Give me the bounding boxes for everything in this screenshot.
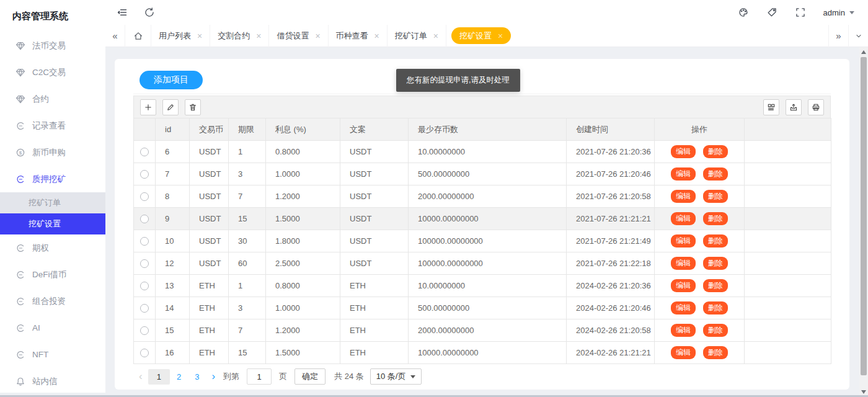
sidebar-item[interactable]: 记录查看 [0, 112, 105, 139]
tab[interactable]: 借贷设置 × [269, 25, 328, 47]
scrollbar-thumb[interactable] [861, 57, 867, 375]
edit-button[interactable]: 编辑 [671, 190, 696, 202]
tab-close-icon[interactable]: × [433, 32, 438, 40]
theme-palette-icon[interactable] [738, 7, 749, 18]
tab[interactable]: 用户列表 × [151, 25, 210, 47]
sidebar-item[interactable]: 合约 [0, 86, 105, 112]
sidebar-subitem-default[interactable]: 挖矿订单 [0, 192, 105, 213]
vertical-scrollbar[interactable] [859, 47, 868, 397]
row-radio[interactable] [140, 282, 149, 290]
export-icon[interactable] [786, 99, 802, 115]
home-tab[interactable] [125, 25, 151, 47]
edit-icon[interactable] [162, 99, 179, 115]
cell-interest: 1.8000 [266, 230, 340, 252]
tabs-scroll-left-button[interactable]: « [105, 25, 125, 47]
fullscreen-icon[interactable] [795, 7, 806, 18]
delete-button[interactable]: 删除 [703, 346, 728, 359]
sidebar: 内容管理系统 法币交易 C2C交易 合约 记录查看 $ 新币申购 质押挖矿 挖矿… [0, 0, 105, 393]
sidebar-item[interactable]: 质押挖矿 [0, 166, 105, 192]
row-radio[interactable] [140, 304, 149, 313]
row-radio[interactable] [140, 192, 149, 201]
cell-interest: 1.2000 [266, 185, 340, 208]
cell-min-deposit: 10.00000000 [409, 275, 567, 297]
cell-filler [745, 163, 831, 185]
add-icon[interactable] [140, 99, 156, 115]
sidebar-item[interactable]: 期权 [0, 234, 105, 261]
tab-close-icon[interactable]: × [498, 32, 503, 40]
edit-button[interactable]: 编辑 [671, 145, 696, 158]
svg-text:$: $ [19, 149, 22, 155]
tab-close-icon[interactable]: × [374, 32, 379, 40]
refresh-icon[interactable] [144, 7, 155, 18]
coin-icon [16, 323, 25, 333]
table-row: 13 ETH 1 0.8000 ETH 10.00000000 2024-02-… [134, 275, 831, 297]
tabs-menu-button[interactable] [848, 25, 868, 47]
edit-button[interactable]: 编辑 [671, 324, 696, 336]
edit-button[interactable]: 编辑 [671, 346, 696, 359]
row-radio[interactable] [140, 237, 149, 246]
edit-button[interactable]: 编辑 [671, 279, 696, 292]
delete-button[interactable]: 删除 [703, 212, 728, 225]
user-menu[interactable]: admin [823, 8, 854, 17]
row-radio[interactable] [140, 259, 149, 268]
sidebar-item[interactable]: DeFi借币 [0, 261, 105, 288]
cell-coin: USDT [190, 208, 229, 230]
notification-toast: 您有新的提现申请,请及时处理 [396, 69, 520, 92]
cell-filler [745, 342, 831, 364]
goto-confirm-button[interactable]: 确定 [294, 368, 326, 385]
edit-button[interactable]: 编辑 [671, 234, 696, 247]
row-radio[interactable] [140, 148, 149, 156]
tab-close-icon[interactable]: × [256, 32, 261, 40]
sidebar-item[interactable]: 法币交易 [0, 32, 105, 59]
sidebar-item[interactable]: AI [0, 314, 105, 341]
table-row: 15 ETH 7 1.2000 ETH 2000.00000000 2024-0… [134, 319, 831, 342]
delete-button[interactable]: 删除 [703, 190, 728, 202]
print-icon[interactable] [808, 99, 824, 115]
page-size-select[interactable]: 10 条/页 [370, 368, 422, 385]
delete-button[interactable]: 删除 [703, 167, 728, 180]
edit-button[interactable]: 编辑 [671, 167, 696, 180]
edit-button[interactable]: 编辑 [671, 301, 696, 314]
tab[interactable]: 挖矿订单 × [388, 25, 446, 47]
collapse-menu-icon[interactable] [117, 7, 128, 18]
tab-close-icon[interactable]: × [197, 32, 202, 40]
prev-page-button[interactable]: ‹ [133, 370, 148, 383]
tab[interactable]: 交割合约 × [210, 25, 269, 47]
sidebar-subitem-active[interactable]: 挖矿设置 [0, 213, 105, 234]
delete-button[interactable]: 删除 [703, 234, 728, 247]
tag-icon[interactable] [766, 7, 777, 18]
scroll-up-icon[interactable] [861, 50, 866, 54]
delete-button[interactable]: 删除 [703, 324, 728, 336]
add-project-button[interactable]: 添加项目 [140, 71, 203, 89]
row-radio[interactable] [140, 349, 149, 357]
tab[interactable]: 挖矿设置 × [451, 27, 511, 44]
page-number-2[interactable]: 2 [170, 369, 188, 385]
page-number-1[interactable]: 1 [148, 369, 170, 385]
scroll-down-icon[interactable] [861, 390, 866, 394]
row-radio[interactable] [140, 215, 149, 223]
delete-button[interactable]: 删除 [703, 301, 728, 314]
goto-page-input[interactable]: 1 [247, 368, 272, 385]
page-number-3[interactable]: 3 [188, 369, 206, 385]
delete-button[interactable]: 删除 [703, 145, 728, 158]
tabs-scroll-right-button[interactable]: » [828, 25, 848, 47]
delete-button[interactable]: 删除 [703, 279, 728, 292]
tab[interactable]: 币种查看 × [329, 25, 388, 47]
delete-button[interactable]: 删除 [703, 257, 728, 269]
delete-icon[interactable] [185, 99, 201, 115]
next-page-button[interactable]: › [206, 370, 221, 383]
columns-icon[interactable] [763, 99, 779, 115]
sidebar-item[interactable]: C2C交易 [0, 59, 105, 86]
sidebar-item[interactable]: $ 新币申购 [0, 139, 105, 166]
sidebar-menu: 法币交易 C2C交易 合约 记录查看 $ 新币申购 质押挖矿 挖矿订单挖矿设置 … [0, 32, 105, 395]
row-radio[interactable] [140, 326, 149, 335]
row-radio[interactable] [140, 170, 149, 179]
table-row: 8 USDT 7 1.2000 USDT 2000.00000000 2021-… [134, 185, 831, 208]
edit-button[interactable]: 编辑 [671, 257, 696, 269]
sidebar-item[interactable]: 组合投资 [0, 288, 105, 314]
edit-button[interactable]: 编辑 [671, 212, 696, 225]
sidebar-item[interactable]: 站内信 [0, 368, 105, 395]
sidebar-item[interactable]: NFT [0, 341, 105, 368]
dollar-icon: $ [16, 148, 25, 158]
tab-close-icon[interactable]: × [315, 32, 320, 40]
